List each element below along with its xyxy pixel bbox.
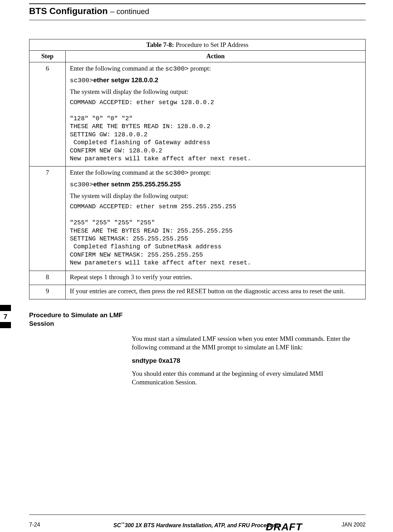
trademark-icon: ™ — [121, 522, 125, 526]
table-row: 9 If your entries are correct, then pres… — [29, 285, 366, 299]
table-row: 7 Enter the following command at the sc3… — [29, 166, 366, 271]
step-intro: Enter the following command at the sc300… — [70, 169, 362, 177]
step-number: 9 — [29, 285, 66, 299]
footer-draft-watermark: DRAFT — [266, 520, 302, 532]
command-text: ether setgw 128.0.0.2 — [93, 76, 158, 84]
step-mid: The system will display the following ou… — [70, 192, 362, 200]
step-command: sc300>ether setgw 128.0.0.2 — [70, 76, 362, 85]
page-footer: 7-24 SC™300 1X BTS Hardware Installation… — [29, 521, 366, 529]
step-body: Enter the following command at the sc300… — [66, 62, 366, 166]
page-title: BTS Configuration – continued — [29, 5, 366, 17]
footer-mid-a: SC — [113, 522, 121, 528]
step-output: COMMAND ACCEPTED: ether setnm 255.255.25… — [70, 203, 362, 267]
table-row: 8 Repeat steps 1 through 3 to verify you… — [29, 271, 366, 285]
text: Enter the following command at the — [70, 169, 165, 176]
step-output: COMMAND ACCEPTED: ether setgw 128.0.0.2 … — [70, 99, 362, 163]
step-body: If your entries are correct, then press … — [66, 285, 366, 299]
table-header-action: Action — [66, 51, 366, 62]
section-paragraph: You should enter this command at the beg… — [132, 370, 351, 386]
step-text: If your entries are correct, then press … — [70, 287, 345, 295]
page-title-main: BTS Configuration — [29, 6, 108, 16]
table-caption-bold: Table 7-8: — [146, 41, 174, 48]
step-mid: The system will display the following ou… — [70, 88, 362, 96]
step-command: sc300>ether setnm 255.255.255.255 — [70, 180, 362, 189]
table-caption: Table 7-8: Procedure to Set IP Address — [29, 39, 366, 51]
header-rule-top — [29, 3, 366, 4]
side-tab-number: 7 — [0, 311, 11, 322]
header-rule-bottom — [29, 20, 366, 20]
step-body: Enter the following command at the sc300… — [66, 166, 366, 271]
text: prompt: — [189, 65, 211, 72]
table-caption-rest: Procedure to Set IP Address — [174, 41, 248, 48]
step-number: 8 — [29, 271, 66, 285]
table-row: 6 Enter the following command at the sc3… — [29, 62, 366, 166]
table-header-step: Step — [29, 51, 66, 62]
section-heading: Procedure to Simulate an LMF Session — [29, 311, 139, 328]
step-text: Repeat steps 1 through 3 to verify your … — [70, 273, 192, 281]
section-paragraph: You must start a simulated LMF session w… — [132, 335, 351, 351]
side-tab-block-top — [0, 305, 11, 311]
text: Enter the following command at the — [70, 65, 165, 72]
text: prompt: — [189, 169, 211, 176]
side-tab-block-bottom — [0, 322, 11, 328]
command-text: ether setnm 255.255.255.255 — [93, 181, 181, 188]
step-number: 6 — [29, 62, 66, 166]
prompt: sc300> — [70, 181, 93, 188]
footer-mid-b: 300 1X BTS Hardware Installation, ATP, a… — [125, 522, 281, 528]
step-intro: Enter the following command at the sc300… — [70, 64, 362, 73]
footer-page-number: 7-24 — [29, 521, 67, 529]
inline-code: sc300> — [165, 65, 189, 73]
procedure-table: Table 7-8: Procedure to Set IP Address S… — [29, 39, 366, 299]
step-body: Repeat steps 1 through 3 to verify your … — [66, 271, 366, 285]
prompt: sc300> — [70, 77, 93, 84]
section-body: You must start a simulated LMF session w… — [132, 335, 351, 386]
section-command: sndtype 0xa178 — [132, 357, 351, 365]
chapter-side-tab: 7 — [0, 305, 11, 328]
page-title-sub: – continued — [110, 7, 149, 16]
inline-code: sc300> — [165, 169, 189, 177]
footer-date: JAN 2002 — [328, 521, 366, 529]
footer-rule — [29, 515, 366, 515]
step-number: 7 — [29, 166, 66, 271]
